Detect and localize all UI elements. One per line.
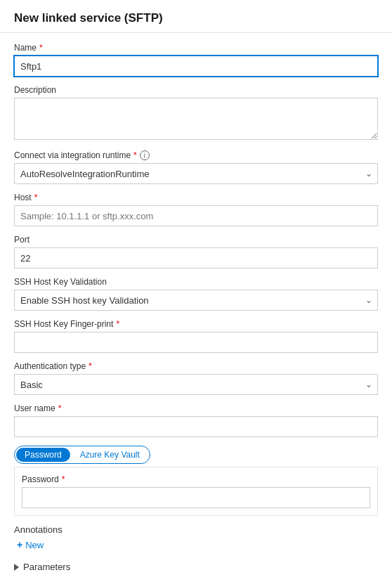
description-label: Description: [14, 85, 378, 95]
ssh-validation-select-wrapper: Enable SSH host key Validation ⌄: [14, 290, 378, 311]
ssh-fingerprint-input[interactable]: [14, 332, 378, 353]
name-field-group: Name *: [14, 43, 378, 77]
port-input[interactable]: [14, 247, 378, 269]
annotations-label: Annotations: [14, 524, 378, 535]
description-input[interactable]: [14, 98, 378, 140]
integration-runtime-field-group: Connect via integration runtime * i Auto…: [14, 150, 378, 184]
host-input[interactable]: [14, 205, 378, 226]
parameters-triangle-icon: [14, 564, 19, 571]
name-required: *: [39, 43, 43, 53]
parameters-section: Parameters: [14, 559, 378, 575]
fingerprint-required: *: [116, 319, 119, 329]
username-label: User name *: [14, 403, 378, 413]
panel-title: New linked service (SFTP): [14, 11, 163, 25]
tab-password[interactable]: Password: [16, 448, 70, 462]
port-field-group: Port: [14, 235, 378, 269]
advanced-header[interactable]: Advanced i: [14, 579, 378, 582]
ssh-fingerprint-label: SSH Host Key Finger-print *: [14, 319, 378, 329]
username-field-group: User name *: [14, 403, 378, 437]
tab-azure-key-vault[interactable]: Azure Key Vault: [72, 448, 148, 462]
panel-body: Name * Description Connect via integrati…: [0, 33, 392, 582]
ir-info-icon[interactable]: i: [140, 150, 150, 160]
name-label: Name *: [14, 43, 378, 53]
panel: New linked service (SFTP) Name * Descrip…: [0, 0, 392, 582]
password-section: Password *: [14, 467, 378, 516]
host-field-group: Host *: [14, 193, 378, 226]
auth-type-select[interactable]: Basic: [14, 374, 378, 395]
panel-header: New linked service (SFTP): [0, 0, 392, 33]
ssh-validation-field-group: SSH Host Key Validation Enable SSH host …: [14, 277, 378, 311]
ssh-fingerprint-field-group: SSH Host Key Finger-print *: [14, 319, 378, 353]
description-field-group: Description: [14, 85, 378, 142]
ssh-validation-label: SSH Host Key Validation: [14, 277, 378, 287]
password-label: Password *: [22, 474, 370, 484]
host-required: *: [34, 193, 38, 202]
ssh-validation-select[interactable]: Enable SSH host key Validation: [14, 290, 378, 311]
advanced-section: Advanced i: [14, 579, 378, 582]
password-input[interactable]: [22, 487, 370, 508]
parameters-header[interactable]: Parameters: [14, 559, 378, 575]
annotations-section: Annotations + New: [14, 524, 378, 550]
integration-runtime-label: Connect via integration runtime * i: [14, 150, 378, 160]
new-annotation-button[interactable]: + New: [17, 539, 378, 550]
username-input[interactable]: [14, 416, 378, 437]
auth-type-select-wrapper: Basic ⌄: [14, 374, 378, 395]
ir-required: *: [133, 150, 137, 160]
password-tab-group: Password Azure Key Vault Password *: [14, 446, 378, 516]
name-input[interactable]: [14, 56, 378, 77]
auth-tab-group: Password Azure Key Vault: [14, 446, 150, 464]
port-label: Port: [14, 235, 378, 245]
auth-type-field-group: Authentication type * Basic ⌄: [14, 361, 378, 395]
auth-required: *: [89, 361, 92, 371]
password-required: *: [62, 474, 65, 484]
host-label: Host *: [14, 193, 378, 202]
plus-icon: +: [17, 539, 22, 550]
auth-type-label: Authentication type *: [14, 361, 378, 371]
username-required: *: [58, 403, 62, 413]
ir-select-wrapper: AutoResolveIntegrationRuntime ⌄: [14, 163, 378, 184]
ir-select[interactable]: AutoResolveIntegrationRuntime: [14, 163, 378, 184]
